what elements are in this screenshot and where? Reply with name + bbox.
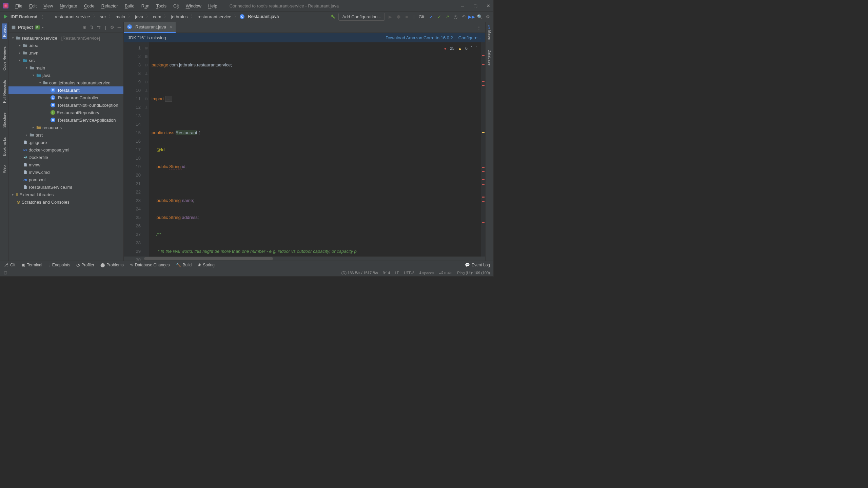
- tree-item[interactable]: RestaurantController: [58, 95, 99, 100]
- horizontal-scrollbar[interactable]: [124, 257, 485, 261]
- problems-widget[interactable]: ●25 ▲6 ˆ ˇ: [444, 44, 477, 53]
- menu-build[interactable]: Build: [122, 2, 137, 10]
- tree-item[interactable]: docker-compose.yml: [29, 147, 70, 152]
- rail-project[interactable]: Project: [2, 23, 7, 39]
- tab-close-icon[interactable]: ×: [170, 24, 172, 29]
- down-icon[interactable]: ˇ: [476, 44, 477, 53]
- crumb-file[interactable]: Restaurant.java: [246, 13, 280, 20]
- download-jdk-link[interactable]: Download Amazon Corretto 16.0.2: [386, 35, 453, 40]
- project-tree[interactable]: ▾restaurant-service [RestaurantService] …: [8, 33, 123, 261]
- rollback-icon[interactable]: ↶: [461, 14, 466, 19]
- rail-code-reviews[interactable]: Code Reviews: [2, 44, 7, 73]
- git-push-icon[interactable]: ↗: [445, 14, 450, 19]
- dropdown-icon[interactable]: ▾: [42, 26, 44, 29]
- editor-tab[interactable]: C Restaurant.java ×: [124, 22, 176, 33]
- line-gutter[interactable]: 1238910111213141516171819202122232425262…: [124, 42, 143, 257]
- tool-spring[interactable]: ❀ Spring: [198, 263, 215, 267]
- tree-item[interactable]: pom.xml: [29, 177, 45, 182]
- tool-endpoints[interactable]: ⫶ Endpoints: [48, 263, 70, 267]
- menu-help[interactable]: Help: [205, 2, 220, 10]
- event-log[interactable]: 💬 Event Log: [465, 263, 490, 267]
- git-commit-icon[interactable]: ✓: [436, 14, 442, 19]
- git-pull-icon[interactable]: ↙: [428, 14, 434, 19]
- expand-icon[interactable]: ⇅: [90, 25, 94, 30]
- kebab-icon[interactable]: ⋮: [40, 14, 44, 19]
- stop-disabled-icon[interactable]: ■: [404, 14, 409, 19]
- tree-item[interactable]: resources: [42, 125, 62, 130]
- tree-item[interactable]: RestaurantService.iml: [29, 185, 72, 190]
- status-indent[interactable]: 4 spaces: [419, 271, 434, 275]
- tool-git[interactable]: ⎇ Git: [4, 263, 15, 267]
- tree-item[interactable]: src: [29, 58, 35, 63]
- menu-view[interactable]: View: [41, 2, 56, 10]
- rail-structure[interactable]: Structure: [2, 110, 7, 130]
- maximize-icon[interactable]: ▢: [473, 3, 478, 8]
- crumb-project[interactable]: restaurant-service: [53, 14, 91, 20]
- crumb-jetbrains[interactable]: jetbrains: [170, 14, 189, 20]
- project-badge[interactable]: R: [35, 25, 40, 29]
- panel-hide-icon[interactable]: ─: [118, 25, 121, 30]
- settings-icon[interactable]: ⚙: [485, 14, 491, 19]
- tree-item[interactable]: main: [36, 65, 45, 70]
- tree-item[interactable]: RestaurantRepository: [57, 110, 99, 115]
- status-enc[interactable]: UTF-8: [404, 271, 414, 275]
- tree-item[interactable]: .gitignore: [29, 140, 47, 145]
- tree-item[interactable]: java: [42, 73, 51, 78]
- history-icon[interactable]: ◷: [453, 14, 458, 19]
- tree-item[interactable]: .idea: [29, 43, 38, 48]
- configure-jdk-link[interactable]: Configure...: [458, 35, 481, 40]
- tree-item[interactable]: .mvn: [29, 50, 38, 56]
- menu-window[interactable]: Window: [183, 2, 204, 10]
- rail-web[interactable]: Web: [2, 163, 7, 175]
- tool-problems[interactable]: ⬤ Problems: [100, 263, 124, 267]
- menu-code[interactable]: Code: [81, 2, 97, 10]
- tree-item[interactable]: mvnw.cmd: [29, 170, 50, 175]
- tree-item[interactable]: RestaurantServiceApplication: [58, 118, 116, 123]
- menu-git[interactable]: Git: [171, 2, 182, 10]
- tool-windows-icon[interactable]: ▢: [4, 270, 7, 275]
- up-icon[interactable]: ˆ: [471, 44, 472, 53]
- tree-item[interactable]: Dockerfile: [28, 155, 48, 160]
- scroll-marks[interactable]: [481, 42, 485, 257]
- crumb-src[interactable]: src: [99, 14, 107, 20]
- rail-pull-requests[interactable]: Pull Requests: [2, 78, 7, 105]
- tree-external-libraries[interactable]: External Libraries: [19, 192, 54, 197]
- menu-navigate[interactable]: Navigate: [57, 2, 80, 10]
- status-pos[interactable]: 9:14: [383, 271, 390, 275]
- collapse-icon[interactable]: ⇆: [97, 25, 101, 30]
- menu-tools[interactable]: Tools: [154, 2, 169, 10]
- status-le[interactable]: LF: [395, 271, 399, 275]
- rail-database[interactable]: Database: [487, 47, 492, 67]
- menu-refactor[interactable]: Refactor: [99, 2, 121, 10]
- tool-build[interactable]: 🔨 Build: [176, 263, 192, 267]
- crumb-main[interactable]: main: [114, 14, 126, 20]
- menu-edit[interactable]: Edit: [26, 2, 39, 10]
- tree-root[interactable]: restaurant-service: [22, 36, 57, 41]
- tool-profiler[interactable]: ◔ Profiler: [76, 263, 94, 267]
- rail-maven[interactable]: mMaven: [487, 23, 492, 43]
- close-icon[interactable]: ✕: [486, 3, 491, 8]
- run-icon[interactable]: [3, 14, 8, 19]
- ide-backend-label[interactable]: IDE Backend: [11, 14, 37, 19]
- tree-item[interactable]: test: [36, 133, 43, 138]
- run-disabled-icon[interactable]: ▶: [388, 14, 393, 19]
- tool-terminal[interactable]: ▣ Terminal: [21, 263, 42, 267]
- panel-settings-icon[interactable]: ⚙: [110, 25, 114, 30]
- tree-item[interactable]: mvnw: [29, 162, 40, 167]
- debug-disabled-icon[interactable]: ⬢: [396, 14, 401, 19]
- rail-bookmarks[interactable]: Bookmarks: [2, 135, 7, 158]
- menu-run[interactable]: Run: [139, 2, 152, 10]
- run-anything-icon[interactable]: ▶▶: [469, 14, 474, 19]
- fold-gutter[interactable]: ⊞⊟⊟⊥⊟⊥⊟⊥: [143, 42, 149, 257]
- search-icon[interactable]: 🔍: [477, 14, 482, 19]
- tree-class-restaurant[interactable]: Restaurant: [58, 88, 80, 93]
- tab-more-icon[interactable]: ⋮: [473, 25, 485, 30]
- code-text[interactable]: package com.jetbrains.restaurantservice;…: [149, 42, 481, 257]
- status-branch[interactable]: ⎇ main: [439, 270, 452, 275]
- build-icon[interactable]: [330, 14, 336, 19]
- tree-scratches[interactable]: Scratches and Consoles: [22, 200, 70, 205]
- menu-file[interactable]: File: [13, 2, 25, 10]
- crumb-java[interactable]: java: [134, 14, 144, 20]
- crumb-pkg[interactable]: restaurantservice: [196, 14, 233, 20]
- tree-item[interactable]: RestaurantNotFoundException: [58, 103, 118, 108]
